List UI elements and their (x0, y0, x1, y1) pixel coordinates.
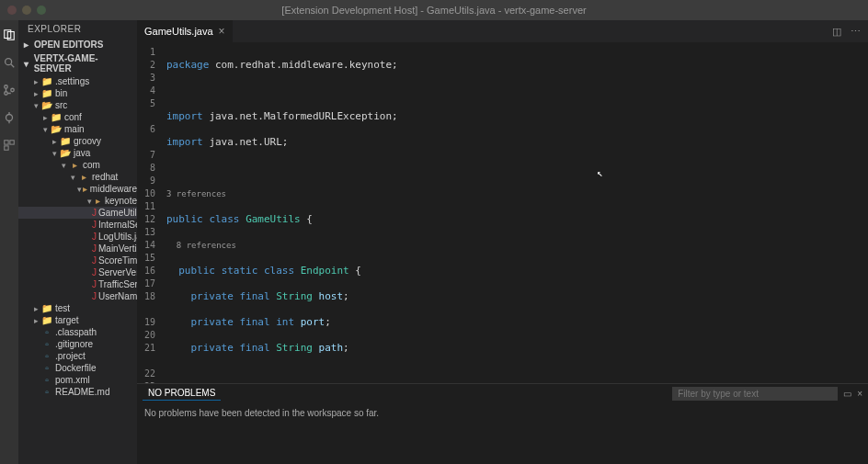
pkg-icon: ▸ (82, 184, 88, 194)
tree-item-label: redhat (92, 172, 118, 182)
tree-item-mainverticle-java[interactable]: JMainVerticle.java (18, 243, 137, 255)
tree-item-logutils-java[interactable]: JLogUtils.java (18, 231, 137, 243)
folder-icon: 📁 (40, 315, 53, 325)
chevron-icon: ▾ (68, 173, 77, 182)
tree-item-label: README.md (55, 387, 109, 397)
pkg-icon: ▸ (93, 196, 102, 206)
problems-message: No problems have been detected in the wo… (137, 402, 868, 424)
code-editor[interactable]: 1234567891011121314151617181920212223242… (137, 42, 868, 383)
explorer-icon[interactable] (2, 28, 17, 42)
tree-item-label: ServerVerticle.java (98, 267, 137, 277)
tree-item-keynote[interactable]: ▾▸keynote (18, 195, 137, 207)
tree-item-conf[interactable]: ▸📁conf (18, 111, 137, 123)
tree-item-label: test (55, 303, 70, 313)
tab-gameutils[interactable]: GameUtils.java × (137, 20, 234, 42)
line-number: 10 (141, 187, 155, 200)
tree-item-label: Dockerfile (55, 363, 96, 373)
tree-item--gitignore[interactable]: ▫.gitignore (18, 338, 137, 350)
close-window-button[interactable] (7, 6, 17, 15)
workspace-section[interactable]: ▾VERTX-GAME-SERVER (18, 51, 137, 75)
tree-item-test[interactable]: ▸📁test (18, 302, 137, 314)
tree-item-main[interactable]: ▾📂main (18, 123, 137, 135)
line-number: 20 (141, 329, 155, 342)
tree-item-internalservicever-[interactable]: JInternalServiceVer... (18, 219, 137, 231)
line-number: 16 (141, 265, 155, 277)
tree-item-label: java (74, 148, 90, 158)
more-actions-icon[interactable]: ⋯ (851, 26, 861, 38)
tree-item--project[interactable]: ▫.project (18, 350, 137, 362)
close-panel-icon[interactable]: × (857, 389, 862, 399)
tree-item-label: LogUtils.java (98, 232, 137, 242)
line-number: 12 (141, 213, 155, 226)
tree-item-scoretimervertici-[interactable]: JScoreTimerVertici... (18, 255, 137, 266)
chevron-icon: ▸ (50, 137, 59, 146)
tree-item-label: .classpath (55, 327, 97, 337)
line-number: 9 (141, 175, 155, 187)
java-icon: J (92, 220, 97, 230)
tree-item-com[interactable]: ▾▸com (18, 159, 137, 171)
tree-item-target[interactable]: ▸📁target (18, 314, 137, 326)
tree-item-java[interactable]: ▾📂java (18, 147, 137, 159)
line-number (141, 110, 155, 123)
tree-item-groovy[interactable]: ▸📁groovy (18, 135, 137, 147)
search-icon[interactable] (2, 55, 17, 70)
tree-item-label: InternalServiceVer... (98, 220, 137, 230)
folder-icon: 📁 (40, 88, 53, 98)
tree-item-label: .settings (55, 76, 89, 86)
tree-item-trafficserververti-[interactable]: JTrafficServerVerti... (18, 278, 137, 290)
open-editors-section[interactable]: ▸OPEN EDITORS (18, 38, 137, 51)
editor-actions: ◫ ⋯ (832, 20, 868, 42)
tree-item-readme-md[interactable]: ▫README.md (18, 386, 137, 398)
line-number: 22 (141, 368, 155, 380)
chevron-icon: ▸ (31, 304, 40, 313)
titlebar: [Extension Development Host] - GameUtils… (0, 0, 868, 20)
problems-tab[interactable]: NO PROBLEMS (143, 386, 221, 401)
line-number: 19 (141, 316, 155, 329)
tree-item-pom-xml[interactable]: ▫pom.xml (18, 374, 137, 386)
extensions-icon[interactable] (2, 138, 17, 153)
svg-point-5 (5, 92, 8, 96)
java-icon: J (92, 232, 97, 242)
close-icon[interactable]: × (219, 25, 225, 38)
line-number: 23 (141, 380, 155, 383)
tree-item-middleware[interactable]: ▾▸middleware (18, 183, 137, 195)
line-number (141, 136, 155, 149)
chevron-icon: ▾ (50, 149, 59, 158)
line-number: 2 (141, 59, 155, 72)
folder-open-icon: 📂 (50, 124, 63, 134)
tree-item-bin[interactable]: ▸📁bin (18, 87, 137, 99)
problems-filter-input[interactable] (672, 387, 838, 401)
file-tree[interactable]: ▸📁.settings▸📁bin▾📂src▸📁conf▾📂main▸📁groov… (18, 75, 137, 464)
java-icon: J (92, 255, 97, 266)
tree-item--settings[interactable]: ▸📁.settings (18, 75, 137, 87)
tree-item-serververticle-java[interactable]: JServerVerticle.java (18, 266, 137, 278)
tree-item-label: conf (64, 112, 82, 122)
split-editor-icon[interactable]: ◫ (832, 26, 841, 38)
tree-item-gameutils-java[interactable]: JGameUtils.java (18, 207, 137, 219)
debug-icon[interactable] (2, 110, 17, 125)
line-number: 21 (141, 342, 155, 355)
chevron-down-icon: ▾ (24, 59, 31, 69)
line-number: 3 (141, 72, 155, 85)
chevron-right-icon: ▸ (24, 40, 31, 50)
tree-item-label: .project (55, 351, 86, 361)
line-numbers: 1234567891011121314151617181920212223242… (137, 42, 163, 383)
window-controls (7, 6, 46, 15)
tree-item-redhat[interactable]: ▾▸redhat (18, 171, 137, 183)
source-control-icon[interactable] (2, 83, 17, 97)
maximize-window-button[interactable] (37, 6, 46, 15)
chevron-icon: ▾ (59, 161, 68, 170)
tree-item-dockerfile[interactable]: ▫Dockerfile (18, 362, 137, 374)
tree-item-label: target (55, 315, 79, 325)
tab-label: GameUtils.java (144, 26, 213, 37)
collapse-icon[interactable]: ▭ (843, 389, 851, 399)
tree-item-src[interactable]: ▾📂src (18, 99, 137, 111)
line-number: 18 (141, 290, 155, 303)
tree-item-usernamegenerat-[interactable]: JUserNameGenerat... (18, 290, 137, 302)
folder-open-icon: 📂 (59, 148, 72, 158)
tree-item--classpath[interactable]: ▫.classpath (18, 326, 137, 338)
tree-item-label: main (64, 124, 85, 134)
line-number: 6 (141, 123, 155, 136)
folder-icon: 📁 (50, 112, 63, 122)
minimize-window-button[interactable] (22, 6, 31, 15)
